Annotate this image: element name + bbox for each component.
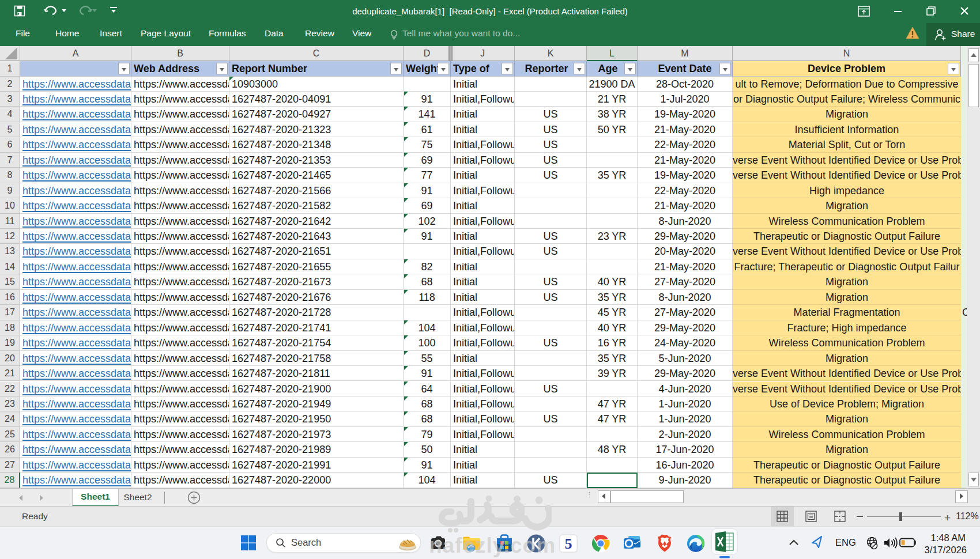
svg-text:5: 5 xyxy=(565,535,572,552)
